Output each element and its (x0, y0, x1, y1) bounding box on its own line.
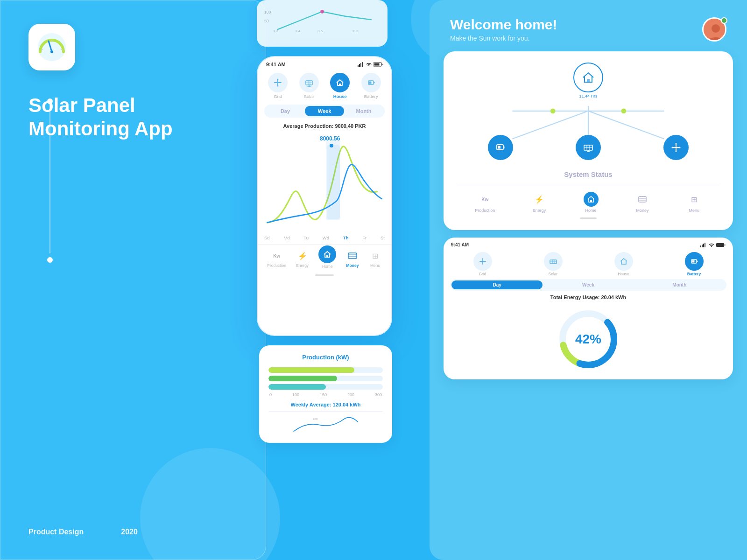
nav-solar[interactable]: Solar (299, 73, 319, 99)
bottom-money[interactable]: Money (346, 249, 359, 269)
prod-bar-fill-1 (268, 367, 354, 373)
svg-text:2.4: 2.4 (296, 29, 301, 33)
sys-energy-icon: ⚡ (532, 192, 547, 207)
avatar-container (702, 17, 726, 42)
sys-money-svg (638, 196, 647, 203)
wifi-icon (366, 62, 372, 67)
bottom-nav: Kw Production ⚡ Energy Home (258, 244, 391, 273)
svg-rect-36 (587, 79, 590, 82)
nav-house[interactable]: House (330, 73, 350, 99)
house-nav-icon (336, 78, 344, 87)
bat-nav-grid[interactable]: Grid (473, 252, 492, 276)
prod-bar-1 (268, 367, 383, 373)
svg-rect-63 (703, 244, 704, 247)
sys-scroll-indicator (580, 217, 597, 219)
bat-battery-icon (716, 243, 726, 247)
period-day[interactable]: Day (266, 106, 305, 116)
bat-nav-house[interactable]: House (614, 252, 633, 276)
bat-status-icons (700, 242, 726, 247)
product-design-label: Product Design (28, 528, 84, 536)
sys-energy-label: Energy (533, 208, 546, 213)
bat-status-bar: 9:41 AM (444, 238, 733, 249)
money-icon-svg (348, 252, 357, 260)
bat-nav-solar[interactable]: Solar (544, 252, 563, 276)
sys-home-icon (584, 192, 599, 207)
svg-rect-11 (359, 64, 360, 67)
donut-chart-container: 42% (444, 302, 733, 379)
svg-text:200: 200 (313, 417, 318, 420)
svg-point-4 (50, 50, 53, 53)
bat-grid-icon (473, 252, 492, 271)
prod-weekly-avg: Weekly Average: 120.04 kWh (268, 402, 383, 407)
house-value: 11.44 Hrs (573, 94, 603, 98)
svg-rect-58 (639, 196, 646, 202)
sys-nav-home[interactable]: Home (584, 192, 599, 213)
diag-solar-node: 11.44 kW (576, 135, 601, 167)
period-month[interactable]: Month (344, 106, 383, 116)
sys-money-icon (635, 192, 650, 207)
sys-nav-production[interactable]: Kw Production (475, 192, 495, 213)
bat-energy-usage: Total Energy Usage: 20.04 kWh (444, 293, 733, 302)
system-diagram: 11.44 Hrs 11.44 kW (457, 106, 720, 167)
sys-nav-money[interactable]: Money (635, 192, 650, 213)
svg-rect-12 (360, 63, 361, 67)
battery-node-icon (488, 135, 513, 160)
bottom-energy[interactable]: ⚡ Energy (296, 249, 309, 269)
solar-panel-icon (305, 78, 313, 87)
bottom-menu[interactable]: ⊞ Menu (369, 249, 382, 269)
svg-point-56 (679, 147, 681, 148)
bat-signal (700, 243, 707, 247)
welcome-greeting: Welcome home! (450, 17, 557, 33)
chart-svg (262, 131, 387, 233)
app-logo (28, 24, 75, 70)
bat-solar-icon (544, 252, 563, 271)
top-chart: 100 50 1.2 2.4 3.6 8.2 (264, 5, 380, 36)
logo-icon (35, 31, 68, 63)
bat-period-month[interactable]: Month (634, 280, 725, 289)
svg-rect-30 (326, 255, 328, 257)
sys-menu-label: Menu (689, 208, 699, 213)
status-bar: 9:41 AM (258, 57, 391, 69)
house-icon-circle-active (330, 73, 350, 92)
y-label-100: 100 (264, 10, 271, 14)
house-top-icon: 11.44 Hrs (457, 63, 720, 98)
sys-nav-energy[interactable]: ⚡ Energy (532, 192, 547, 213)
donut-percent-label: 42% (575, 332, 601, 347)
x-axis-labels: Sd Md Tu Wd Th Fr St (258, 233, 391, 242)
bat-period-day[interactable]: Day (451, 280, 543, 289)
bat-nav-battery[interactable]: Battery (685, 252, 704, 276)
svg-rect-10 (358, 65, 359, 67)
sys-nav-menu[interactable]: ⊞ Menu (687, 192, 702, 213)
grid-node-value: 11.44 kW (668, 162, 684, 167)
home-nav-icon (323, 250, 331, 259)
main-chart: 8000.56 (262, 131, 387, 233)
sys-menu-icon: ⊞ (687, 192, 702, 207)
bat-house-icon (614, 252, 633, 271)
nav-battery[interactable]: Battery (361, 73, 381, 99)
prod-bar-fill-2 (268, 376, 337, 381)
period-week[interactable]: Week (305, 106, 344, 116)
bat-battery-nav-svg (691, 258, 698, 265)
system-status-card: 11.44 Hrs (444, 51, 733, 230)
avg-production: Average Production: 9000,40 PKR (258, 121, 391, 131)
svg-rect-65 (716, 243, 724, 247)
solar-icon-circle (299, 73, 319, 92)
bottom-menu-label: Menu (370, 263, 380, 268)
svg-point-18 (277, 85, 279, 87)
solar-diag-icon (583, 142, 593, 153)
svg-point-35 (712, 24, 720, 33)
prod-bottom-preview: 200 (268, 411, 383, 434)
menu-icon: ⊞ (369, 249, 382, 262)
battery-node-value: 11.44 Hrs (492, 162, 509, 167)
top-partial-card: 100 50 1.2 2.4 3.6 8.2 (257, 0, 388, 47)
right-section: Welcome home! Make the Sun work for you. (430, 0, 747, 560)
bat-solar-svg (550, 258, 557, 265)
svg-point-43 (621, 108, 626, 113)
bottom-production[interactable]: Kw Production (267, 249, 286, 269)
bat-grid-svg (479, 258, 486, 265)
peak-label: 8000.56 (320, 135, 340, 142)
bottom-home[interactable]: Home (318, 249, 336, 269)
svg-point-54 (676, 151, 677, 152)
nav-grid[interactable]: Grid (268, 73, 288, 99)
bat-period-week[interactable]: Week (543, 280, 634, 289)
